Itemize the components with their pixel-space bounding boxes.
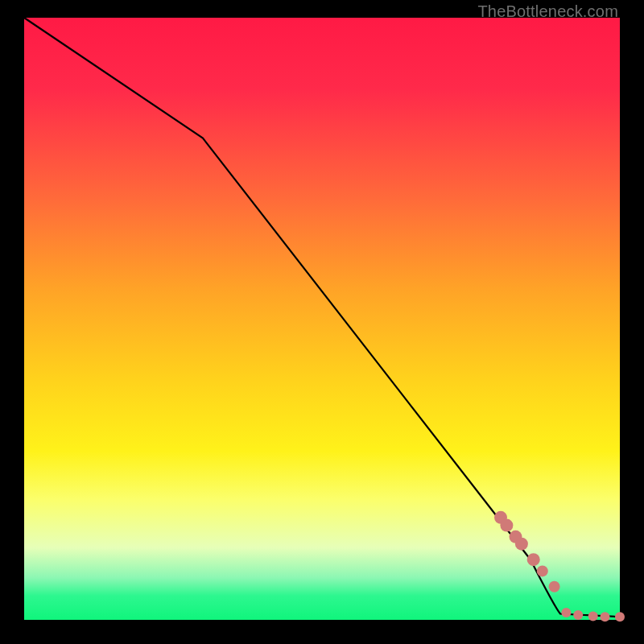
data-marker <box>601 612 610 621</box>
data-marker <box>561 608 571 617</box>
data-marker <box>573 610 583 620</box>
data-marker <box>515 538 528 551</box>
data-marker <box>615 612 625 621</box>
data-marker <box>588 612 598 621</box>
curve-line <box>24 18 620 617</box>
data-marker <box>500 519 513 532</box>
data-marker <box>527 553 540 566</box>
data-marker <box>549 581 560 592</box>
stage: TheBottleneck.com <box>0 0 644 644</box>
data-marker <box>537 565 548 576</box>
chart-overlay <box>24 18 620 620</box>
watermark: TheBottleneck.com <box>477 2 618 21</box>
